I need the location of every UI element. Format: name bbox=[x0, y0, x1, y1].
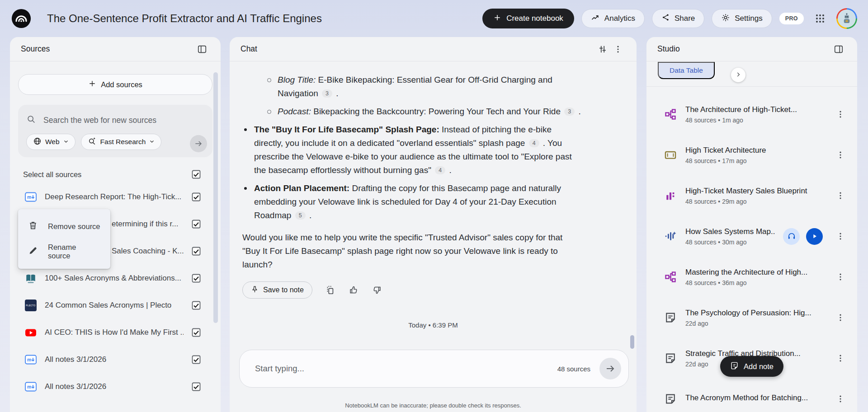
studio-item-more-menu-icon[interactable] bbox=[833, 310, 848, 325]
studio-item[interactable]: High-Ticket Mastery Sales Blueprint48 so… bbox=[646, 175, 857, 216]
citation-chip[interactable]: 3 bbox=[322, 89, 332, 98]
studio-item-meta: 22d ago bbox=[685, 320, 825, 327]
source-row[interactable]: mAll notes 3/1/2026 bbox=[10, 346, 221, 373]
source-checkbox[interactable] bbox=[192, 301, 201, 310]
studio-item-more-menu-icon[interactable] bbox=[833, 269, 848, 285]
source-row[interactable]: AI CEO: THIS is How I'd Make My First ..… bbox=[10, 319, 221, 346]
source-checkbox[interactable] bbox=[192, 247, 201, 256]
apps-grid-icon[interactable] bbox=[811, 9, 829, 28]
pin-icon bbox=[251, 286, 259, 295]
studio-item[interactable]: The Architecture of High-Ticket...48 sou… bbox=[646, 94, 857, 135]
source-checkbox[interactable] bbox=[192, 192, 201, 201]
share-button[interactable]: Share bbox=[652, 9, 704, 28]
collapse-sources-panel-icon[interactable] bbox=[194, 42, 210, 57]
studio-item-more-menu-icon[interactable] bbox=[833, 229, 848, 244]
citation-chip[interactable]: 4 bbox=[435, 166, 445, 174]
analytics-button[interactable]: Analytics bbox=[581, 9, 645, 28]
studio-chips-row: Data Table bbox=[646, 61, 857, 87]
thumbs-down-icon[interactable] bbox=[371, 284, 383, 296]
citation-chip[interactable]: 3 bbox=[564, 108, 575, 116]
note-icon bbox=[664, 311, 677, 324]
source-checkbox[interactable] bbox=[192, 355, 201, 364]
message-text: Would you like me to help you write the … bbox=[242, 233, 562, 269]
chat-message-bullet: The "Buy It For Life Basecamp" Splash Pa… bbox=[242, 123, 618, 177]
flowchart-icon bbox=[664, 108, 677, 121]
audio-actions bbox=[783, 228, 823, 245]
source-title: 24 Common Sales Acronyms | Plecto bbox=[45, 301, 184, 310]
citation-chip[interactable]: 5 bbox=[295, 211, 306, 220]
chat-scrollbar[interactable] bbox=[630, 335, 634, 349]
source-checkbox[interactable] bbox=[192, 382, 201, 391]
source-checkbox[interactable] bbox=[192, 274, 201, 283]
chat-message-sub: Blog Title: E-Bike Bikepacking: Essentia… bbox=[265, 73, 609, 100]
sources-scrollbar[interactable] bbox=[213, 72, 218, 323]
chat-timestamp: Today • 6:39 PM bbox=[230, 321, 637, 329]
sources-title: Sources bbox=[21, 44, 50, 54]
studio-item-meta: 48 sources • 29m ago bbox=[685, 198, 825, 205]
source-row[interactable]: PLECTO24 Common Sales Acronyms | Plecto bbox=[10, 292, 221, 319]
source-row[interactable]: mDeep Research Report: The High-Tick... bbox=[10, 183, 221, 211]
chat-settings-sliders-icon[interactable] bbox=[595, 42, 610, 57]
search-placeholder: Search the web for new sources bbox=[43, 116, 156, 125]
markdown-source-icon: m bbox=[25, 191, 37, 203]
studio-item[interactable]: Mastering the Architecture of High...48 … bbox=[646, 257, 857, 297]
source-count-label: 48 sources bbox=[557, 365, 590, 373]
copy-icon[interactable] bbox=[324, 284, 336, 296]
select-all-checkbox[interactable] bbox=[192, 170, 201, 179]
add-note-button[interactable]: Add note bbox=[720, 356, 783, 377]
frame-icon bbox=[664, 148, 677, 162]
chips-scroll-right-button[interactable] bbox=[731, 68, 745, 82]
studio-item-title: How Sales Systems Map... bbox=[685, 227, 775, 236]
interactive-mode-button[interactable] bbox=[783, 228, 800, 245]
barchart-icon bbox=[664, 189, 677, 202]
thumbs-up-icon[interactable] bbox=[348, 284, 359, 296]
studio-item-more-menu-icon[interactable] bbox=[833, 188, 848, 203]
youtube-source-icon bbox=[25, 327, 37, 338]
studio-item-title: High Ticket Architecture bbox=[685, 146, 825, 155]
chat-more-menu-icon[interactable] bbox=[610, 42, 626, 57]
studio-item[interactable]: The Psychology of Persuasion: Hig...22d … bbox=[646, 297, 857, 338]
pro-badge: PRO bbox=[779, 13, 804, 24]
citation-chip[interactable]: 4 bbox=[529, 139, 539, 147]
notebooklm-logo-icon[interactable] bbox=[11, 8, 32, 29]
chat-panel: Chat Blog Title: E-Bike Bikepacking: Ess… bbox=[230, 37, 637, 412]
play-audio-button[interactable] bbox=[806, 228, 823, 245]
message-text: Podcast: bbox=[278, 107, 311, 116]
app-header: The One-Sentence Profit Extractor and AI… bbox=[0, 0, 868, 37]
message-text: . bbox=[576, 107, 581, 116]
web-search-input[interactable]: Search the web for new sources bbox=[26, 109, 204, 131]
web-source-type-dropdown[interactable]: Web bbox=[26, 134, 75, 150]
create-notebook-button[interactable]: Create notebook bbox=[482, 9, 574, 28]
settings-button[interactable]: Settings bbox=[712, 9, 772, 28]
source-checkbox[interactable] bbox=[192, 328, 201, 337]
add-note-icon bbox=[730, 361, 739, 372]
studio-item-more-menu-icon[interactable] bbox=[833, 351, 848, 366]
avatar[interactable] bbox=[836, 8, 857, 29]
page-title: The One-Sentence Profit Extractor and AI… bbox=[47, 12, 322, 25]
add-sources-button[interactable]: Add sources bbox=[18, 74, 212, 95]
markdown-source-icon: m bbox=[25, 381, 37, 393]
send-message-button[interactable] bbox=[599, 358, 621, 379]
studio-item-more-menu-icon[interactable] bbox=[833, 147, 848, 163]
trash-icon bbox=[28, 220, 38, 232]
data-table-chip[interactable]: Data Table bbox=[658, 62, 715, 79]
studio-item[interactable]: How Sales Systems Map...48 sources • 30m… bbox=[646, 216, 857, 257]
search-submit-arrow-button[interactable] bbox=[190, 135, 207, 152]
save-to-note-button[interactable]: Save to note bbox=[242, 281, 312, 299]
source-row[interactable]: 100+ Sales Acronyms & Abbreviations... bbox=[10, 265, 221, 292]
remove-source-menu-item[interactable]: Remove source bbox=[18, 214, 110, 239]
studio-item-meta: 48 sources • 17m ago bbox=[685, 157, 825, 164]
studio-item[interactable]: High Ticket Architecture48 sources • 17m… bbox=[646, 135, 857, 175]
studio-item-more-menu-icon[interactable] bbox=[833, 107, 848, 122]
rename-source-menu-item[interactable]: Rename source bbox=[18, 239, 110, 264]
flowchart-icon bbox=[664, 270, 677, 284]
collapse-studio-panel-icon[interactable] bbox=[831, 42, 846, 57]
studio-item-more-menu-icon[interactable] bbox=[833, 391, 848, 407]
plecto-source-icon: PLECTO bbox=[25, 300, 37, 311]
source-row[interactable]: mAll notes 3/1/2026 bbox=[10, 373, 221, 400]
source-checkbox[interactable] bbox=[192, 220, 201, 229]
research-mode-dropdown[interactable]: Fast Research bbox=[81, 134, 162, 150]
studio-item[interactable]: The Acronym Method for Batching... bbox=[646, 379, 857, 412]
source-title: 100+ Sales Acronyms & Abbreviations... bbox=[45, 274, 184, 283]
chat-input[interactable] bbox=[255, 364, 557, 374]
